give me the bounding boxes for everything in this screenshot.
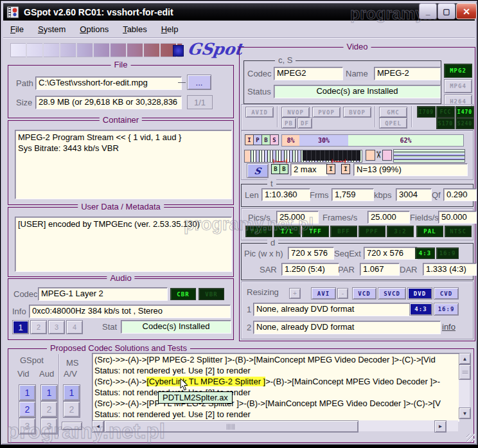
svcd-button[interactable]: SVCD xyxy=(378,287,406,300)
gspot-vid-1-button[interactable]: 1 xyxy=(19,384,36,401)
bmax-value: 2 max xyxy=(290,163,328,176)
av-col-label: A/V xyxy=(64,369,77,379)
horizontal-scroll-thumb[interactable] xyxy=(104,420,358,433)
menu-system[interactable]: System xyxy=(31,22,73,37)
resizing-section: Resizing + AVI - VCD SVCD DVD CVD 1 None… xyxy=(241,282,474,339)
gspot-aud-3-button[interactable]: 3 xyxy=(40,418,58,435)
video-group: Video c, S Codec MPEG2 Name MPEG-2 Statu… xyxy=(239,47,475,341)
il-indicator: I/L xyxy=(274,226,301,237)
arrow-right-icon: ► xyxy=(438,424,443,429)
ntsc-indicator: NTSC xyxy=(445,226,472,237)
avid-flag: AVID xyxy=(245,107,274,118)
info-link[interactable]: info xyxy=(442,322,456,332)
container-info-box: MPEG-2 Program Stream << { 1 vid, 1 aud … xyxy=(15,130,232,199)
gop-section: I P B S 8% 30% 62% ✂ S xyxy=(241,130,474,180)
scroll-left-button[interactable]: ◄ xyxy=(92,420,104,433)
cvd-button[interactable]: CVD xyxy=(434,287,459,300)
audio-group-title: Audio xyxy=(107,273,134,283)
title-bar: GSpot v2.60 RC01: vsshort-for-edit progr… xyxy=(3,3,475,21)
bvop-flag: BVOP xyxy=(343,107,371,118)
solution-status-row[interactable]: Status: not rendered yet. Use [2] to ren… xyxy=(93,387,459,398)
menu-file[interactable]: File xyxy=(3,22,31,37)
vertical-scroll-thumb[interactable] xyxy=(459,364,471,380)
size-value: 28.9 MB (or 29,618 KB or 30,328,836 xyxy=(35,96,182,109)
close-button[interactable]: ✕ xyxy=(456,3,477,19)
solution-status-row[interactable]: Status: not rendered yet. Use [2] to ren… xyxy=(93,365,459,376)
gspot-vid-2-button[interactable]: 2 xyxy=(19,401,36,418)
arrow-down-icon: ▼ xyxy=(463,411,468,417)
pal-indicator: PAL xyxy=(416,226,443,237)
scroll-up-button[interactable]: ▲ xyxy=(459,353,471,364)
menu-help[interactable]: Help xyxy=(154,22,186,37)
solution-row[interactable]: (Src)->>-(A)->[CyberLink TL MPEG-2 Split… xyxy=(93,376,459,387)
pics-value: 25.000 xyxy=(276,211,319,224)
vcd-button[interactable]: VCD xyxy=(352,287,376,300)
menu-options[interactable]: Options xyxy=(73,22,116,37)
qf-value: 0.290 xyxy=(443,188,477,201)
metadata-group: User Data / Metadata [USER] encoded by T… xyxy=(8,207,234,277)
ar43-indicator: 4:3 xyxy=(415,247,435,259)
ms-av-1-button[interactable]: 1 xyxy=(63,384,80,401)
container-group: Container MPEG-2 Program Stream << { 1 v… xyxy=(8,120,234,205)
menu-bar: File System Options Tables Help xyxy=(3,21,475,38)
maximize-button[interactable]: ▢ xyxy=(438,3,456,19)
avi-button[interactable]: AVI xyxy=(311,287,336,300)
solutions-list: (Src)->>-(A)->[PP MPEG-2 Splitter ]>-(B)… xyxy=(92,353,459,422)
horizontal-scrollbar[interactable]: ◄ ► xyxy=(92,420,458,431)
audio-codec-label: Codec xyxy=(13,289,38,299)
t-subgroup: t Len 1:10.360 Frms 1,759 kbps 3004 Qf 0… xyxy=(241,184,474,207)
vstatus-value: Codec(s) are Installed xyxy=(274,85,441,98)
d-subgroup: d Pic (w x h) 720 x 576 SeqExt 720 x 576… xyxy=(241,243,474,280)
i-pct: 8% xyxy=(282,135,299,146)
d-title: d xyxy=(267,238,278,247)
vcodec-value: MPEG2 xyxy=(274,67,343,80)
seqext-value: 720 x 576 xyxy=(364,247,418,260)
nvop-flag: NVOP xyxy=(281,107,310,118)
ms-av-2-button[interactable]: 2 xyxy=(63,401,80,418)
i709-indicator: I709 xyxy=(417,106,436,118)
tooltip: PDTLM2Splter.ax xyxy=(158,391,233,404)
seqext-label: SeqExt xyxy=(334,249,361,258)
path-connector xyxy=(178,82,186,83)
browse-button[interactable]: ... xyxy=(187,75,211,90)
resize-ar43-button[interactable]: 4:3 xyxy=(409,303,432,316)
menu-tables[interactable]: Tables xyxy=(116,22,154,37)
qpel-flag: QPEL xyxy=(379,118,407,129)
scroll-right-button[interactable]: ► xyxy=(434,420,447,433)
audio-stream-4-button[interactable]: 4 xyxy=(66,320,83,334)
app-icon xyxy=(6,6,19,19)
metadata-group-title: User Data / Metadata xyxy=(78,202,164,211)
scroll-down-button[interactable]: ▼ xyxy=(459,408,471,419)
s170-indicator: S170 xyxy=(436,118,455,129)
file-group-title: File xyxy=(111,60,131,69)
solution-row[interactable]: (Src)->>-(A)->[PP MPEG-2 Splitter ]>-(B)… xyxy=(93,354,459,365)
tff-indicator: TFF xyxy=(302,226,329,237)
resize-ar169-button[interactable]: 16:9 xyxy=(434,303,459,316)
minimize-button[interactable]: _ xyxy=(419,3,437,19)
vertical-scrollbar[interactable]: ▲ ▼ xyxy=(459,353,470,419)
path-input[interactable]: C:\GTest\vsshort-for-edit.mpg xyxy=(35,76,182,90)
gspot-aud-2-button[interactable]: 2 xyxy=(40,401,58,418)
pvop-flag: PVOP xyxy=(312,107,341,118)
plus-button[interactable]: + xyxy=(289,288,301,299)
frames-value: 25.000 xyxy=(367,211,410,224)
gspot-aud-1-button[interactable]: 1 xyxy=(40,384,58,401)
solution-status-row[interactable]: Status: not rendered yet. Use [2] to ren… xyxy=(93,409,459,420)
window-title: GSpot v2.60 RC01: vsshort-for-edit xyxy=(24,7,173,17)
i470-indicator: I470 xyxy=(456,106,474,118)
resize-row1-value: None, already DVD format xyxy=(253,303,411,316)
minus-button[interactable]: - xyxy=(337,288,348,299)
resize-grip[interactable] xyxy=(466,434,475,442)
mpg4-tab[interactable]: MPG4 xyxy=(444,79,472,93)
audio-stream-3-button[interactable]: 3 xyxy=(48,320,65,334)
dvd-button[interactable]: DVD xyxy=(407,287,432,300)
i-distance-meter: ⊢—⊣ I I xyxy=(326,159,350,174)
gspot-vid-3-button[interactable]: 3 xyxy=(19,418,36,435)
par-label: PAR xyxy=(338,265,355,274)
mpg2-tab[interactable]: MPG2 xyxy=(444,64,472,78)
audio-stream-1-button[interactable]: 1 xyxy=(12,320,29,334)
gspot-mark-button[interactable]: S xyxy=(247,163,269,178)
solution-row[interactable]: (Src)->>-(A)->[PP TL MPEG-2 Splitter ]>-… xyxy=(93,398,459,409)
app-window: GSpot v2.60 RC01: vsshort-for-edit progr… xyxy=(1,1,477,445)
audio-stream-2-button[interactable]: 2 xyxy=(30,320,47,334)
